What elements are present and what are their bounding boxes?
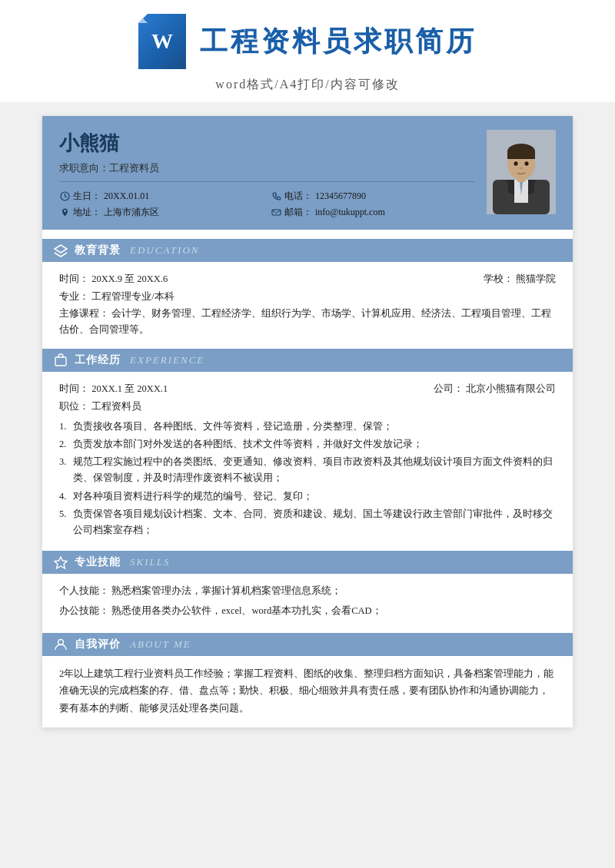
resume-photo	[487, 130, 556, 214]
duty-text: 规范工程实施过程中的各类图纸、变更通知、修改资料、项目市政资料及其他规划设计项目…	[73, 454, 556, 487]
duty-item: 3.规范工程实施过程中的各类图纸、变更通知、修改资料、项目市政资料及其他规划设计…	[59, 454, 556, 487]
duty-text: 对各种项目资料进行科学的规范的编号、登记、复印；	[73, 489, 556, 505]
skills-title-zh: 专业技能	[75, 555, 121, 569]
address-info: 地址： 上海市浦东区	[59, 206, 263, 219]
svg-point-15	[525, 161, 529, 166]
duty-item: 4.对各种项目资料进行科学的规范的编号、登记、复印；	[59, 489, 556, 505]
about-title-en: ABOUT ME	[130, 638, 191, 651]
personal-skills: 个人技能： 熟悉档案管理办法，掌握计算机档案管理信息系统；	[59, 583, 556, 599]
about-content: 2年以上建筑工程行业资料员工作经验；掌握工程资料、图纸的收集、整理归档方面知识，…	[59, 665, 556, 717]
duty-number: 4.	[59, 489, 73, 505]
education-time: 时间： 20XX.9 至 20XX.6	[59, 271, 168, 287]
experience-body: 时间： 20XX.1 至 20XX.1 公司： 北京小熊猫有限公司 职位： 工程…	[42, 372, 573, 551]
svg-rect-13	[507, 151, 535, 159]
personal-skills-value: 熟悉档案管理办法，掌握计算机档案管理信息系统；	[111, 585, 341, 596]
address-label: 地址：	[73, 206, 101, 219]
svg-rect-19	[55, 357, 66, 366]
experience-company: 公司： 北京小熊猫有限公司	[434, 381, 556, 397]
education-major: 专业： 工程管理专业/本科	[59, 289, 556, 305]
duty-text: 负责保管各项目规划设计档案、文本、合同、资质和建设、规划、国土等建设行政主管部门…	[73, 506, 556, 539]
header-subtitle: word格式/A4打印/内容可修改	[215, 77, 399, 93]
experience-position: 职位： 工程资料员	[59, 399, 556, 415]
personal-skills-label: 个人技能：	[59, 585, 109, 596]
duty-number: 3.	[59, 454, 73, 470]
about-title-zh: 自我评价	[75, 638, 121, 651]
phone-icon	[271, 191, 281, 202]
education-school: 学校： 熊猫学院	[484, 271, 556, 287]
svg-rect-18	[534, 180, 550, 214]
about-body: 2年以上建筑工程行业资料员工作经验；掌握工程资料、图纸的收集、整理归档方面知识，…	[42, 656, 573, 728]
header-top: W 工程资料员求职简历	[138, 14, 477, 69]
address-icon	[59, 207, 70, 218]
phone-info: 电话： 12345677890	[271, 190, 474, 203]
header-title: 工程资料员求职简历	[200, 23, 477, 61]
skills-icon	[53, 555, 68, 570]
education-section-header: 教育背景 EDUCATION	[42, 239, 573, 262]
about-section-header: 自我评价 ABOUT ME	[42, 633, 573, 656]
address-value: 上海市浦东区	[104, 206, 159, 219]
svg-marker-20	[55, 557, 67, 568]
office-skills-value: 熟悉使用各类办公软件，excel、word基本功扎实，会看CAD；	[111, 605, 381, 616]
job-intent-value: 工程资料员	[109, 162, 159, 174]
email-label: 邮箱：	[284, 206, 312, 219]
experience-time-row: 时间： 20XX.1 至 20XX.1 公司： 北京小熊猫有限公司	[59, 381, 556, 397]
about-icon	[53, 637, 68, 652]
skills-body: 个人技能： 熟悉档案管理办法，掌握计算机档案管理信息系统； 办公技能： 熟悉使用…	[42, 574, 573, 633]
experience-title-en: EXPERIENCE	[130, 354, 204, 366]
duty-item: 5.负责保管各项目规划设计档案、文本、合同、资质和建设、规划、国土等建设行政主管…	[59, 506, 556, 539]
page-wrapper: W 工程资料员求职简历 word格式/A4打印/内容可修改 小熊猫 求职意向：工…	[0, 0, 615, 868]
resume-info-grid: 生日： 20XX.01.01 电话： 12345677890	[59, 190, 474, 219]
birth-icon	[59, 191, 70, 202]
resume-header-left: 小熊猫 求职意向：工程资料员 生日： 20XX.01.01	[59, 130, 474, 219]
experience-duties-list: 1.负责接收各项目、各种图纸、文件等资料，登记造册，分类整理、保管；2.负责发放…	[59, 419, 556, 539]
duty-number: 5.	[59, 506, 73, 522]
duty-item: 2.负责发放本部门对外发送的各种图纸、技术文件等资料，并做好文件发放记录；	[59, 436, 556, 452]
experience-title-zh: 工作经历	[75, 353, 121, 367]
resume-name: 小熊猫	[59, 130, 474, 157]
word-letter: W	[151, 29, 173, 54]
duty-item: 1.负责接收各项目、各种图纸、文件等资料，登记造册，分类整理、保管；	[59, 419, 556, 435]
word-icon: W	[138, 14, 186, 69]
svg-line-2	[65, 197, 67, 198]
education-title-en: EDUCATION	[130, 244, 199, 257]
birth-value: 20XX.01.01	[104, 190, 149, 202]
phone-value: 12345677890	[315, 190, 366, 202]
resume-document: 小熊猫 求职意向：工程资料员 生日： 20XX.01.01	[42, 116, 573, 727]
education-title-zh: 教育背景	[75, 244, 121, 257]
svg-rect-3	[272, 210, 281, 215]
duty-text: 负责发放本部门对外发送的各种图纸、技术文件等资料，并做好文件发放记录；	[73, 436, 556, 452]
duty-text: 负责接收各项目、各种图纸、文件等资料，登记造册，分类整理、保管；	[73, 419, 556, 435]
duty-number: 2.	[59, 436, 73, 452]
email-icon	[271, 207, 281, 218]
birth-label: 生日：	[73, 190, 101, 203]
phone-label: 电话：	[284, 190, 312, 203]
spacer1	[42, 230, 573, 239]
education-body: 时间： 20XX.9 至 20XX.6 学校： 熊猫学院 专业： 工程管理专业/…	[42, 262, 573, 349]
resume-header: 小熊猫 求职意向：工程资料员 生日： 20XX.01.01	[42, 116, 573, 230]
birth-info: 生日： 20XX.01.01	[59, 190, 263, 203]
resume-job-intent: 求职意向：工程资料员	[59, 161, 474, 182]
experience-icon	[53, 353, 68, 368]
job-intent-label: 求职意向：	[59, 162, 109, 174]
education-icon	[53, 243, 68, 258]
experience-section-header: 工作经历 EXPERIENCE	[42, 349, 573, 372]
education-time-row: 时间： 20XX.9 至 20XX.6 学校： 熊猫学院	[59, 271, 556, 287]
skills-section-header: 专业技能 SKILLS	[42, 551, 573, 574]
education-courses: 主修课程： 会计学、财务管理、工程经济学、组织行为学、市场学、计算机应用、经济法…	[59, 306, 556, 339]
duty-number: 1.	[59, 419, 73, 435]
header-banner: W 工程资料员求职简历 word格式/A4打印/内容可修改	[0, 0, 615, 102]
svg-point-16	[520, 167, 523, 170]
email-value: info@tukuppt.com	[315, 207, 385, 218]
email-info: 邮箱： info@tukuppt.com	[271, 206, 474, 219]
svg-rect-17	[493, 180, 508, 214]
skills-title-en: SKILLS	[130, 556, 170, 568]
experience-time: 时间： 20XX.1 至 20XX.1	[59, 381, 168, 397]
office-skills-label: 办公技能：	[59, 605, 109, 616]
office-skills: 办公技能： 熟悉使用各类办公软件，excel、word基本功扎实，会看CAD；	[59, 603, 556, 619]
svg-point-14	[514, 161, 518, 166]
